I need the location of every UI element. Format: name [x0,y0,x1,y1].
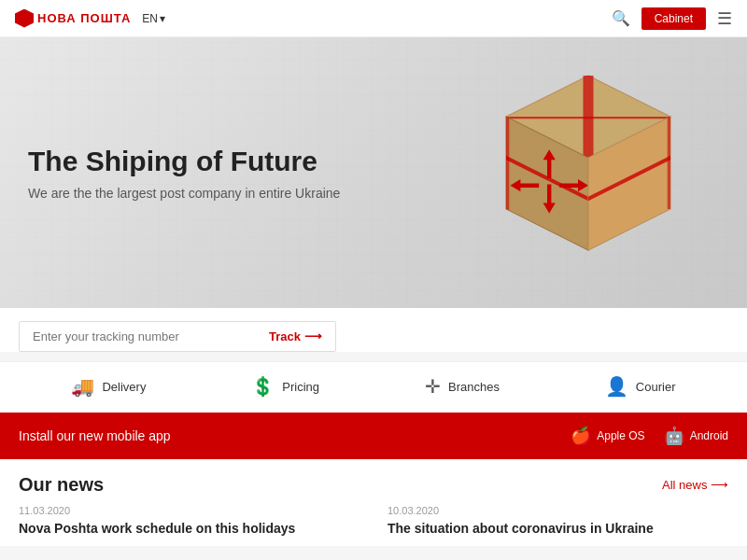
header-right: 🔍 Cabinet ☰ [612,7,732,30]
banner-text: Install our new mobile app [19,428,171,443]
news-title: Our news [19,474,104,496]
news-headline-0: Nova Poshta work schedule on this holida… [19,520,359,537]
lang-selector[interactable]: EN ▾ [142,12,165,25]
svg-marker-5 [506,117,509,210]
tracking-input[interactable] [33,329,269,343]
svg-marker-8 [668,117,670,209]
service-branches[interactable]: ✛ Branches [425,375,500,398]
logo-icon [15,9,34,28]
header-left: НОВА ПОШТА EN ▾ [15,9,165,28]
all-news-link[interactable]: All news ⟶ [662,478,728,492]
apple-app-button[interactable]: 🍎 Apple OS [571,426,644,446]
hero-box-image [486,65,691,271]
apple-icon: 🍎 [571,426,591,446]
search-icon[interactable]: 🔍 [612,9,630,27]
android-app-button[interactable]: 🤖 Android [664,426,728,446]
branches-label: Branches [448,380,500,394]
package-box-svg [486,65,691,271]
apple-label: Apple OS [597,429,644,442]
courier-label: Courier [636,380,676,394]
pricing-label: Pricing [282,380,319,394]
android-icon: 🤖 [664,426,684,446]
service-courier[interactable]: 👤 Courier [605,375,676,398]
pricing-icon: 💲 [251,375,275,398]
news-section: Our news All news ⟶ 11.03.2020 Nova Posh… [0,459,747,546]
lang-arrow: ▾ [160,12,165,25]
mobile-app-banner: Install our new mobile app 🍎 Apple OS 🤖 … [0,413,747,459]
app-buttons: 🍎 Apple OS 🤖 Android [571,426,728,446]
hero-content: The Shiping of Future We are the the lar… [28,145,340,201]
service-delivery[interactable]: 🚚 Delivery [71,375,146,398]
hamburger-menu-icon[interactable]: ☰ [717,8,732,29]
track-arrow: ⟶ [304,329,322,343]
cabinet-button[interactable]: Cabinet [641,7,706,30]
hero-section: The Shiping of Future We are the the lar… [0,37,747,308]
logo[interactable]: НОВА ПОШТА [15,9,131,28]
branches-icon: ✛ [425,375,441,398]
android-label: Android [690,429,728,442]
lang-label: EN [142,12,158,25]
track-button[interactable]: Track ⟶ [269,329,322,343]
hero-subtitle: We are the the largest post company in e… [28,186,340,201]
tracking-section: Track ⟶ [0,308,747,352]
hero-title: The Shiping of Future [28,145,340,178]
tracking-input-wrap: Track ⟶ [19,321,336,352]
news-header: Our news All news ⟶ [19,474,728,496]
news-date-0: 11.03.2020 [19,505,359,516]
news-item-1[interactable]: 10.03.2020 The situation about coronavir… [388,505,728,537]
delivery-icon: 🚚 [71,375,94,398]
news-grid: 11.03.2020 Nova Poshta work schedule on … [19,505,728,537]
logo-text: НОВА ПОШТА [37,11,131,25]
delivery-label: Delivery [102,380,146,394]
news-date-1: 10.03.2020 [388,505,728,516]
track-label: Track [269,329,301,343]
services-section: 🚚 Delivery 💲 Pricing ✛ Branches 👤 Courie… [0,361,747,413]
courier-icon: 👤 [605,375,628,398]
svg-marker-2 [506,117,670,119]
header: НОВА ПОШТА EN ▾ 🔍 Cabinet ☰ [0,0,747,37]
service-pricing[interactable]: 💲 Pricing [251,375,319,398]
news-item-0[interactable]: 11.03.2020 Nova Poshta work schedule on … [19,505,359,537]
news-headline-1: The situation about coronavirus in Ukrai… [388,520,728,537]
